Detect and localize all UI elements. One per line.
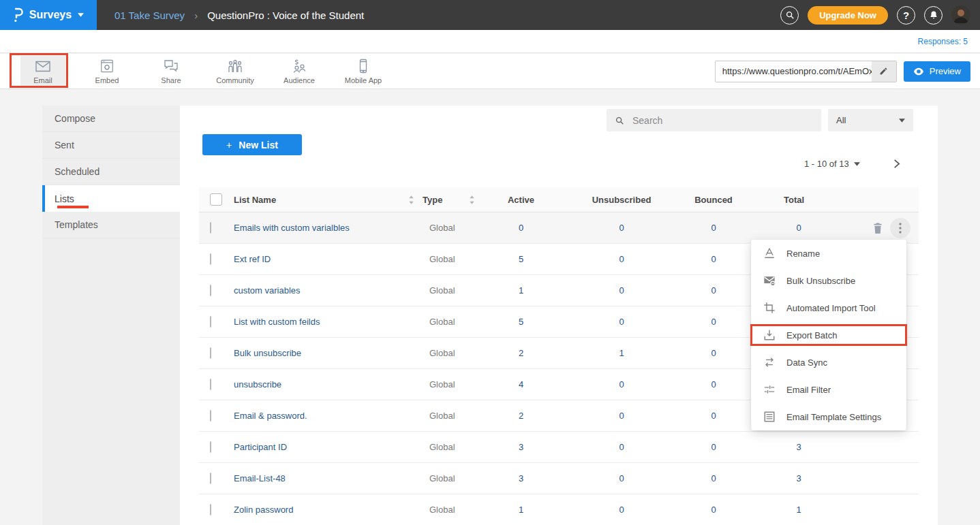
- context-menu-item[interactable]: Email Template Settings: [751, 403, 906, 430]
- search-input[interactable]: [631, 114, 813, 127]
- sort-icon[interactable]: [469, 195, 475, 204]
- channel-community[interactable]: Community: [213, 56, 258, 87]
- bounced-count[interactable]: 0: [676, 285, 751, 296]
- notifications-button[interactable]: [924, 6, 943, 25]
- row-checkbox[interactable]: [210, 285, 211, 296]
- questionpro-app: Surveys 01 Take Survey › QuestionPro : V…: [0, 0, 980, 525]
- unsubscribed-count[interactable]: 0: [567, 285, 676, 296]
- bounced-count[interactable]: 0: [676, 442, 751, 452]
- new-list-button[interactable]: + New List: [202, 134, 302, 155]
- table-row: Email-List-48 Global 3 0 0 3: [199, 463, 919, 494]
- list-name-link[interactable]: Zolin password: [234, 505, 414, 515]
- list-name-link[interactable]: Emails with custom varialbles: [234, 223, 414, 233]
- row-checkbox[interactable]: [210, 316, 211, 328]
- active-count[interactable]: 0: [475, 223, 567, 233]
- more-options-button[interactable]: [890, 218, 910, 238]
- channel-email[interactable]: Email: [20, 56, 65, 87]
- total-count[interactable]: 3: [751, 473, 853, 483]
- active-count[interactable]: 3: [475, 442, 567, 452]
- list-name-link[interactable]: Participant ID: [234, 442, 414, 452]
- bounced-count[interactable]: 0: [676, 473, 751, 483]
- unsubscribed-count[interactable]: 0: [567, 473, 676, 483]
- row-checkbox[interactable]: [210, 379, 211, 390]
- help-button[interactable]: ?: [897, 6, 915, 25]
- list-name-link[interactable]: Email-List-48: [234, 473, 414, 483]
- context-menu-item[interactable]: Rename: [751, 240, 906, 267]
- pagination-range[interactable]: 1 - 10 of 13: [804, 159, 849, 169]
- product-menu-label[interactable]: Surveys: [29, 9, 72, 21]
- preview-label: Preview: [930, 66, 961, 76]
- active-count[interactable]: 4: [475, 379, 567, 389]
- bounced-count[interactable]: 0: [676, 254, 751, 264]
- list-name-link[interactable]: unsubscribe: [234, 379, 414, 389]
- row-checkbox[interactable]: [210, 441, 211, 453]
- unsubscribed-count[interactable]: 0: [567, 411, 676, 421]
- context-menu-item[interactable]: Export Batch: [751, 321, 906, 349]
- sidebar-item-lists[interactable]: Lists: [42, 185, 180, 212]
- active-count[interactable]: 1: [475, 505, 567, 515]
- row-checkbox[interactable]: [210, 504, 211, 515]
- sidebar-item-sent[interactable]: Sent: [42, 132, 180, 159]
- unsubscribed-count[interactable]: 0: [567, 505, 676, 515]
- row-checkbox[interactable]: [210, 347, 211, 359]
- sort-icon[interactable]: [408, 195, 414, 204]
- channel-embed[interactable]: Embed: [85, 56, 129, 87]
- bounced-count[interactable]: 0: [676, 348, 751, 358]
- column-header-type[interactable]: Type: [414, 195, 475, 205]
- context-menu-item[interactable]: Data Sync: [751, 349, 906, 376]
- row-checkbox[interactable]: [210, 473, 211, 484]
- responses-count[interactable]: Responses: 5: [918, 37, 968, 46]
- questionpro-logo-menu[interactable]: Surveys: [0, 0, 97, 30]
- bounced-count[interactable]: 0: [676, 317, 751, 327]
- bounced-count[interactable]: 0: [676, 223, 751, 233]
- channel-audience[interactable]: Audience: [277, 56, 322, 87]
- context-menu-item[interactable]: Automated Import Tool: [751, 294, 906, 321]
- select-all-checkbox[interactable]: [210, 193, 222, 206]
- active-count[interactable]: 3: [475, 473, 567, 483]
- bounced-count[interactable]: 0: [676, 411, 751, 421]
- active-count[interactable]: 2: [475, 411, 567, 421]
- list-name-link[interactable]: Ext ref ID: [234, 254, 414, 264]
- total-count[interactable]: 1: [751, 505, 853, 515]
- total-count[interactable]: 3: [751, 442, 853, 452]
- row-checkbox[interactable]: [210, 410, 211, 421]
- top-bar: Surveys 01 Take Survey › QuestionPro : V…: [0, 0, 980, 30]
- search-button[interactable]: [780, 6, 799, 25]
- channel-share[interactable]: Share: [149, 56, 194, 87]
- total-count[interactable]: 0: [751, 223, 853, 233]
- list-name-link[interactable]: Bulk unsubscribe: [234, 348, 414, 358]
- trash-icon[interactable]: [872, 222, 883, 234]
- channel-mobile-app[interactable]: Mobile App: [341, 56, 386, 87]
- sidebar-item-compose[interactable]: Compose: [42, 106, 180, 132]
- sidebar-item-templates[interactable]: Templates: [42, 212, 180, 238]
- bounced-count[interactable]: 0: [676, 505, 751, 515]
- user-avatar[interactable]: [951, 5, 970, 25]
- edit-url-button[interactable]: [872, 61, 896, 82]
- context-menu-item[interactable]: Bulk Unsubscribe: [751, 267, 906, 294]
- breadcrumb-survey-link[interactable]: 01 Take Survey: [114, 10, 185, 21]
- active-count[interactable]: 2: [475, 348, 567, 358]
- preview-button[interactable]: Preview: [904, 61, 970, 82]
- list-filter-dropdown[interactable]: All: [828, 109, 913, 131]
- unsubscribed-count[interactable]: 0: [567, 254, 676, 264]
- unsubscribed-count[interactable]: 1: [567, 348, 676, 358]
- upgrade-now-button[interactable]: Upgrade Now: [808, 6, 888, 25]
- row-checkbox[interactable]: [210, 222, 211, 234]
- active-count[interactable]: 5: [475, 254, 567, 264]
- column-header-list-name[interactable]: List Name: [234, 195, 414, 205]
- unsubscribed-count[interactable]: 0: [567, 442, 676, 452]
- active-count[interactable]: 5: [475, 317, 567, 327]
- row-checkbox[interactable]: [210, 253, 211, 265]
- active-count[interactable]: 1: [475, 285, 567, 296]
- list-name-link[interactable]: Email & password.: [234, 411, 414, 421]
- bounced-count[interactable]: 0: [676, 379, 751, 389]
- list-name-link[interactable]: custom variables: [234, 285, 414, 296]
- unsubscribed-count[interactable]: 0: [567, 317, 676, 327]
- unsubscribed-count[interactable]: 0: [567, 379, 676, 389]
- sidebar-item-scheduled[interactable]: Scheduled: [42, 159, 180, 185]
- chevron-right-icon[interactable]: [892, 159, 901, 169]
- list-name-link[interactable]: List with custom feilds: [234, 317, 414, 327]
- unsubscribed-count[interactable]: 0: [567, 223, 676, 233]
- context-menu-item[interactable]: Email Filter: [751, 376, 906, 403]
- survey-url-value[interactable]: https://www.questionpro.com/t/AEmOx2: [716, 66, 872, 76]
